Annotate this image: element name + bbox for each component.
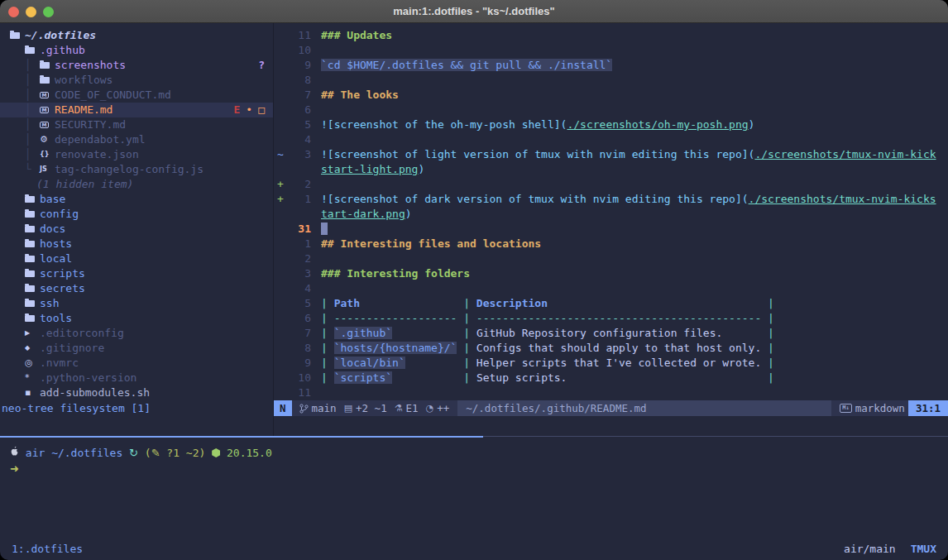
line-text <box>321 222 948 237</box>
flask-icon: ⚗ <box>395 401 403 416</box>
tree-item-hosts[interactable]: hosts <box>0 237 273 251</box>
editor-line[interactable]: 6 <box>274 103 948 117</box>
apple-icon <box>10 445 19 461</box>
editor-line[interactable]: 10| `scripts` | Setup scripts. | <box>274 371 948 385</box>
tree-item-tag-changelog-config-js[interactable]: └JStag-changelog-config.js <box>0 162 273 177</box>
line-number: 2 <box>286 177 311 192</box>
git-marker: E <box>234 103 241 117</box>
tree-item-gitignore[interactable]: ◆.gitignore <box>0 341 273 356</box>
editor-line[interactable]: 11 <box>274 385 948 400</box>
tree-item-label: SECURITY.md <box>55 117 126 132</box>
editor-line[interactable]: +1![screenshot of dark version of tmux w… <box>274 192 948 207</box>
close-button[interactable] <box>8 7 19 17</box>
tree-item-config[interactable]: config <box>0 207 273 222</box>
text-segment: | <box>457 297 476 309</box>
text-segment: start-light.png <box>321 163 418 175</box>
editor-line[interactable]: 1## Interesting files and locations <box>274 237 948 251</box>
shell-pane[interactable]: air ~/.dotfiles ↻ (✎ ?1 ~2) 20.15.0 ➜ <box>0 438 948 476</box>
braces-icon: {} <box>40 147 51 162</box>
tree-item-python-version[interactable]: *.python-version <box>0 371 273 385</box>
clock-icon: ◔ <box>426 401 434 416</box>
tree-guide: │ <box>25 88 40 103</box>
editor-line-wrap[interactable]: start-light.png) <box>274 162 948 177</box>
line-text <box>321 103 948 117</box>
editor-line[interactable]: 5| Path | Description | <box>274 296 948 311</box>
tree-item-workflows[interactable]: │workflows <box>0 73 273 88</box>
text-segment: Setup scripts. <box>476 371 567 384</box>
editor-line[interactable]: 10 <box>274 43 948 58</box>
markdown-file-icon: M <box>40 107 51 113</box>
editor-line[interactable]: +2 <box>274 177 948 192</box>
zoom-button[interactable] <box>43 7 54 17</box>
tree-item-label: .editorconfig <box>40 326 124 341</box>
tmux-pane-divider[interactable] <box>0 436 948 438</box>
shell-input-line[interactable]: ➜ <box>10 461 948 476</box>
editor-line[interactable]: 3### Interesting folders <box>274 266 948 281</box>
text-segment <box>405 357 457 369</box>
text-segment: | <box>761 342 774 354</box>
git-changes: +2 ~1 <box>356 401 387 416</box>
tree-item-ssh[interactable]: ssh <box>0 296 273 311</box>
tree-item-1-hidden-item[interactable]: (1 hidden item) <box>0 177 273 192</box>
tree-item-nvmrc[interactable]: ◎.nvmrc <box>0 356 273 371</box>
text-segment <box>548 297 761 309</box>
tree-guide: │ <box>25 117 40 132</box>
text-segment: | <box>321 342 334 354</box>
tree-item-label: tools <box>40 311 72 326</box>
script-icon: ▪ <box>25 385 36 400</box>
editor-line[interactable]: 9| `local/bin` | Helper scripts that I'v… <box>274 356 948 371</box>
editor-line[interactable]: 31 <box>274 222 948 237</box>
tree-item-label: tag-changelog-config.js <box>55 162 203 177</box>
editor-line[interactable]: 5![screenshot of the oh-my-posh shell](.… <box>274 117 948 132</box>
tree-item-label: .python-version <box>40 371 136 385</box>
play-icon: ▶ <box>25 326 36 341</box>
tree-item-security-md[interactable]: │MSECURITY.md <box>0 117 273 132</box>
editor-line[interactable]: 7## The looks <box>274 88 948 103</box>
tree-item-add-submodules-sh[interactable]: ▪add-submodules.sh <box>0 385 273 400</box>
folder-icon <box>25 211 36 218</box>
editor-line[interactable]: 9`cd $HOME/.dotfiles && git pull && ./in… <box>274 58 948 73</box>
gutter-sign <box>274 58 286 73</box>
tree-item-tools[interactable]: tools <box>0 311 273 326</box>
line-text: `cd $HOME/.dotfiles && git pull && ./ins… <box>321 58 948 73</box>
tree-item-dotfiles[interactable]: ~/.dotfiles <box>0 28 273 43</box>
neo-tree-status: neo-tree filesystem [1] <box>2 400 151 416</box>
editor-line[interactable]: ~3![screenshot of light version of tmux … <box>274 147 948 162</box>
file-diff-icon: ▤ <box>344 401 352 416</box>
tree-item-readme-md[interactable]: │MREADME.mdE•□ <box>0 103 273 117</box>
editor-line[interactable]: 2 <box>274 251 948 266</box>
tree-item-editorconfig[interactable]: ▶.editorconfig <box>0 326 273 341</box>
markdown-file-icon: M <box>40 122 51 128</box>
minimize-button[interactable] <box>26 7 36 17</box>
editor-line[interactable]: 7| `.github` | GitHub Repository configu… <box>274 326 948 341</box>
tree-item-label: (1 hidden item) <box>36 177 133 192</box>
editor-line[interactable]: 11### Updates <box>274 28 948 43</box>
editor-line[interactable]: 4 <box>274 132 948 147</box>
node-icon <box>212 448 220 457</box>
tree-item-dependabot-yml[interactable]: │⚙dependabot.yml <box>0 132 273 147</box>
line-number <box>286 207 311 222</box>
folder-icon <box>40 77 51 84</box>
tree-item-renovate-json[interactable]: │{}renovate.json <box>0 147 273 162</box>
tree-item-secrets[interactable]: secrets <box>0 281 273 296</box>
tree-item-docs[interactable]: docs <box>0 222 273 237</box>
tree-guide: │ <box>25 73 40 88</box>
tree-item-base[interactable]: base <box>0 192 273 207</box>
tree-item-local[interactable]: local <box>0 251 273 266</box>
editor-line-wrap[interactable]: tart-dark.png) <box>274 207 948 222</box>
tree-item-scripts[interactable]: scripts <box>0 266 273 281</box>
text-segment: | <box>761 327 774 339</box>
editor-line[interactable]: 4 <box>274 281 948 296</box>
gutter-sign <box>274 296 286 311</box>
tree-item-screenshots[interactable]: │screenshots? <box>0 58 273 73</box>
editor-line[interactable]: 6| ------------------- | ---------------… <box>274 311 948 326</box>
editor-line[interactable]: 8 <box>274 73 948 88</box>
text-segment: ) <box>405 208 412 220</box>
tree-item-label: docs <box>40 222 65 237</box>
tree-item-code-of-conduct-md[interactable]: │MCODE_OF_CONDUCT.md <box>0 88 273 103</box>
tree-item-github[interactable]: .github <box>0 43 273 58</box>
tree-item-label: .nvmrc <box>40 356 79 371</box>
editor-line[interactable]: 8| `hosts/{hostname}/` | Configs that sh… <box>274 341 948 356</box>
tmux-window-item[interactable]: 1:.dotfiles <box>12 543 83 555</box>
text-segment: ) <box>418 163 424 175</box>
